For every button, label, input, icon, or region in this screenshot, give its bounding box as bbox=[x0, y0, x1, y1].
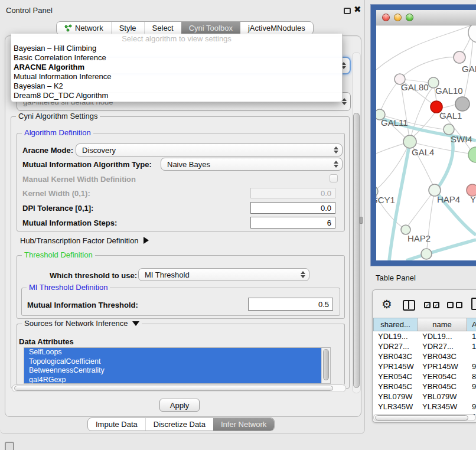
table-cell[interactable]: YPR145W bbox=[418, 361, 467, 371]
document-icon[interactable] bbox=[471, 298, 476, 310]
table-cell[interactable]: 13 bbox=[467, 331, 476, 341]
hub-definition-section[interactable]: Hub/Transcription Factor Definition bbox=[20, 236, 149, 245]
which-threshold-combo[interactable]: MI Threshold bbox=[138, 268, 309, 281]
table-cell[interactable]: YDR27... bbox=[418, 341, 467, 351]
tab-infer-network[interactable]: Infer Network bbox=[213, 418, 274, 431]
algorithm-option[interactable]: Bayesian – K2 bbox=[11, 81, 342, 91]
settings-horizontal-scrollbar[interactable] bbox=[12, 384, 346, 392]
table-row[interactable]: YBL079WYBL079W bbox=[373, 392, 476, 402]
network-edge[interactable] bbox=[410, 88, 432, 142]
zoom-window-icon[interactable] bbox=[406, 14, 413, 21]
network-node-gal4[interactable] bbox=[403, 135, 416, 148]
table-cell[interactable]: YLR345W bbox=[418, 402, 467, 412]
table-cell[interactable]: YBR045C bbox=[418, 381, 467, 392]
table-row[interactable]: YBR045CYBR045C9. bbox=[373, 381, 476, 392]
tab-style[interactable]: Style bbox=[111, 22, 144, 34]
algorithm-option[interactable]: Basic Correlation Inference bbox=[11, 53, 342, 63]
network-edge[interactable] bbox=[376, 144, 404, 154]
close-window-icon[interactable] bbox=[382, 14, 390, 21]
tab-network[interactable]: Network bbox=[57, 22, 111, 34]
mi-algorithm-type-combo[interactable]: Naive Bayes bbox=[161, 158, 343, 171]
algorithm-option[interactable]: ARACNE Algorithm bbox=[11, 63, 342, 72]
table-cell[interactable]: YBL079W bbox=[373, 392, 418, 402]
table-cell[interactable]: YLR345W bbox=[373, 402, 418, 412]
manual-kernel-width-checkbox[interactable] bbox=[330, 174, 338, 182]
table-cell[interactable]: YBR043C bbox=[418, 351, 467, 361]
aracne-mode-combo[interactable]: Discovery bbox=[76, 144, 343, 156]
gear-icon[interactable]: ⚙ bbox=[382, 297, 392, 311]
table-horizontal-scrollbar[interactable] bbox=[373, 414, 476, 421]
network-node-gal[interactable] bbox=[454, 51, 465, 63]
table-cell[interactable]: YDR27... bbox=[373, 341, 418, 351]
network-node[interactable] bbox=[421, 249, 432, 259]
sources-group-title[interactable]: Sources for Network Inference bbox=[22, 319, 142, 328]
tab-discretize-data[interactable]: Discretize Data bbox=[145, 418, 213, 431]
table-row[interactable]: YBR043CYBR043C bbox=[373, 351, 476, 361]
network-edge[interactable] bbox=[401, 84, 410, 142]
table-cell[interactable]: 9. bbox=[467, 381, 476, 392]
table-row[interactable]: YPR145WYPR145W9. bbox=[373, 361, 476, 371]
network-edge[interactable] bbox=[400, 57, 459, 79]
column-header-shared-name[interactable]: shared... bbox=[373, 318, 418, 331]
table-row[interactable]: YDL19...YDL19...13 bbox=[373, 331, 476, 341]
network-edge[interactable] bbox=[442, 105, 456, 108]
column-header-name[interactable]: name bbox=[418, 318, 467, 331]
network-node[interactable] bbox=[455, 97, 470, 111]
apply-button[interactable]: Apply bbox=[159, 399, 200, 412]
tab-cyni-toolbox[interactable]: Cyni Toolbox bbox=[181, 22, 240, 34]
data-attribute-item[interactable]: SelfLoops bbox=[24, 348, 322, 357]
table-cell[interactable] bbox=[467, 392, 476, 402]
dpi-tolerance-field[interactable]: 0.0 bbox=[250, 202, 335, 214]
network-canvas[interactable]: GALGAL80GAL10GAL1GAL11SWI4GAL4GCY1HAP4YH… bbox=[376, 25, 476, 260]
table-cell[interactable]: 9. bbox=[467, 361, 476, 371]
table-cell[interactable]: YDL19... bbox=[418, 331, 467, 341]
column-header-partial[interactable]: A bbox=[467, 318, 476, 331]
dock-panel-icon[interactable] bbox=[5, 442, 14, 450]
table-cell[interactable]: YBR045C bbox=[373, 381, 418, 392]
scrollbar-thumb[interactable] bbox=[323, 349, 329, 380]
table-row[interactable]: YDR27...YDR27...12 bbox=[373, 341, 476, 351]
data-attributes-list[interactable]: SelfLoopsTopologicalCoefficientBetweenne… bbox=[24, 347, 331, 384]
network-node[interactable] bbox=[468, 147, 476, 162]
scrollbar-thumb[interactable] bbox=[353, 113, 360, 388]
table-cell[interactable]: 8. bbox=[467, 371, 476, 381]
table-cell[interactable]: YBL079W bbox=[418, 392, 467, 402]
panel-divider-grip[interactable] bbox=[360, 217, 363, 224]
data-attribute-item[interactable]: TopologicalCoefficient bbox=[24, 357, 322, 367]
mi-steps-field[interactable]: 6 bbox=[250, 217, 335, 229]
table-cell[interactable]: YDL19... bbox=[373, 331, 418, 341]
network-edge[interactable] bbox=[408, 190, 435, 226]
data-attribute-item[interactable]: BetweennessCentrality bbox=[24, 366, 322, 376]
table-row[interactable]: YER054CYER054C8. bbox=[373, 371, 476, 381]
minimize-window-icon[interactable] bbox=[394, 14, 402, 21]
close-icon[interactable]: ✖ bbox=[354, 4, 361, 15]
select-all-columns-icon[interactable]: ✓✓ bbox=[424, 302, 439, 308]
network-graph[interactable]: GALGAL80GAL10GAL1GAL11SWI4GAL4GCY1HAP4YH… bbox=[376, 25, 476, 260]
list-vertical-scrollbar[interactable] bbox=[321, 348, 330, 383]
tab-select[interactable]: Select bbox=[144, 22, 181, 34]
table-cell[interactable]: 9. bbox=[467, 402, 476, 412]
algorithm-option[interactable]: Dream8 DC_TDC Algorithm bbox=[11, 91, 342, 100]
network-node-swi4[interactable] bbox=[444, 124, 454, 135]
table-cell[interactable]: YER054C bbox=[418, 371, 467, 381]
table-cell[interactable]: 12 bbox=[467, 341, 476, 351]
table-cell[interactable]: YPR145W bbox=[373, 361, 418, 371]
algorithm-option[interactable]: Mutual Information Inference bbox=[11, 72, 342, 81]
tab-impute-data[interactable]: Impute Data bbox=[88, 418, 145, 431]
scrollbar-thumb[interactable] bbox=[375, 415, 468, 420]
mi-threshold-field[interactable]: 0.5 bbox=[248, 298, 333, 311]
table-cell[interactable] bbox=[467, 351, 476, 361]
algorithm-option[interactable]: Bayesian – Hill Climbing bbox=[11, 44, 342, 53]
deselect-all-columns-icon[interactable] bbox=[447, 302, 462, 308]
scrollbar-thumb[interactable] bbox=[14, 386, 333, 391]
combo-arrows-icon bbox=[334, 161, 338, 168]
network-window-titlebar[interactable] bbox=[376, 10, 476, 25]
table-cell[interactable]: YBR043C bbox=[373, 351, 418, 361]
data-attribute-item[interactable]: gal4RGexp bbox=[24, 376, 322, 384]
table-row[interactable]: YLR345WYLR345W9. bbox=[373, 402, 476, 412]
kernel-width-field[interactable]: 0.0 bbox=[250, 188, 335, 198]
tab-jactivemnodules[interactable]: jActiveMNodules bbox=[240, 22, 313, 34]
table-cell[interactable]: YER054C bbox=[373, 371, 418, 381]
float-window-icon[interactable] bbox=[344, 8, 351, 14]
split-columns-icon[interactable] bbox=[403, 300, 415, 311]
